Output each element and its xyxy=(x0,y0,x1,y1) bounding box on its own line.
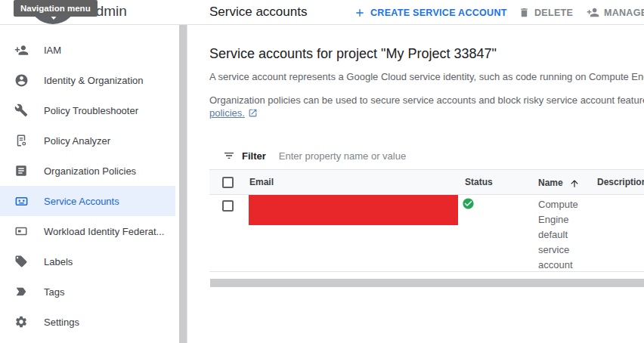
vertical-scrollbar[interactable] xyxy=(179,25,187,343)
document-icon xyxy=(14,163,29,178)
sidebar-item-label: Identity & Organization xyxy=(44,75,144,86)
delete-button[interactable]: DELETE xyxy=(519,0,573,25)
sidebar-item-organization-policies[interactable]: Organization Policies xyxy=(0,156,175,186)
sidebar-item-label: Tags xyxy=(44,286,64,298)
trash-icon xyxy=(519,7,530,18)
policy-analyzer-icon xyxy=(14,133,29,148)
policies-link[interactable]: policies. xyxy=(209,107,245,119)
sidebar-item-label: Labels xyxy=(44,256,73,267)
external-link-icon xyxy=(248,108,258,118)
sidebar-item-labels[interactable]: Labels xyxy=(0,246,175,277)
account-circle-icon xyxy=(14,73,29,88)
column-header-description[interactable]: Description xyxy=(597,170,644,196)
table-row[interactable]: Compute Engine default service account xyxy=(209,195,644,272)
sidebar-item-label: Settings xyxy=(44,317,79,328)
filter-label: Filter xyxy=(242,150,266,162)
plus-icon xyxy=(354,7,366,19)
status-active-check-icon xyxy=(462,197,475,210)
person-add-icon xyxy=(14,42,29,57)
select-all-checkbox[interactable] xyxy=(222,177,234,188)
person-add-icon xyxy=(587,6,599,19)
sidebar-item-policy-analyzer[interactable]: Policy Analyzer xyxy=(0,125,175,156)
service-account-name-cell[interactable]: Compute Engine default service account xyxy=(538,197,596,273)
navigation-menu-tooltip: Navigation menu xyxy=(14,0,98,17)
tag-icon xyxy=(14,284,29,299)
sidebar-item-workload-identity-federation[interactable]: Workload Identity Federat... xyxy=(0,216,175,246)
policies-link-row: policies. xyxy=(209,107,258,119)
sidebar-item-label: Policy Analyzer xyxy=(44,135,110,147)
sidebar-item-settings[interactable]: Settings xyxy=(0,307,175,337)
redacted-email-cell xyxy=(249,195,458,225)
sidebar-item-label: Organization Policies xyxy=(44,165,136,177)
sidebar-item-tags[interactable]: Tags xyxy=(0,277,175,307)
sidebar-item-label: Service Accounts xyxy=(44,196,119,207)
row-checkbox[interactable] xyxy=(222,200,234,212)
sidebar: IAM Identity & Organization Policy Troub… xyxy=(0,25,187,343)
wrench-icon xyxy=(14,103,29,118)
description-line-2: Organization policies can be used to sec… xyxy=(209,94,644,106)
gear-icon xyxy=(14,314,29,329)
top-app-bar: IAM & Admin Navigation menu Service acco… xyxy=(0,0,644,25)
column-header-name[interactable]: Name xyxy=(538,170,580,196)
sidebar-item-policy-troubleshooter[interactable]: Policy Troubleshooter xyxy=(0,95,175,125)
sidebar-item-label: Policy Troubleshooter xyxy=(44,105,138,116)
horizontal-scrollbar[interactable] xyxy=(210,279,644,287)
label-icon xyxy=(14,254,29,269)
sidebar-item-iam[interactable]: IAM xyxy=(0,35,175,65)
column-header-status[interactable]: Status xyxy=(465,170,493,196)
gcp-console-window: IAM & Admin Navigation menu Service acco… xyxy=(0,0,644,343)
column-header-email[interactable]: Email xyxy=(249,170,274,196)
create-service-account-button[interactable]: CREATE SERVICE ACCOUNT xyxy=(354,0,507,25)
description-line-1: A service account represents a Google Cl… xyxy=(209,71,644,82)
filter-input[interactable] xyxy=(279,150,521,162)
filter-bar: Filter xyxy=(209,142,644,169)
manage-access-button[interactable]: MANAGE ACCESS xyxy=(587,0,644,25)
sidebar-item-label: Workload Identity Federat... xyxy=(44,226,164,237)
main-content: Service accounts for project "My Project… xyxy=(188,25,644,343)
page-title: Service accounts xyxy=(209,0,307,25)
service-account-icon xyxy=(14,193,29,209)
content-heading: Service accounts for project "My Project… xyxy=(209,46,497,62)
filter-icon xyxy=(223,150,235,162)
sidebar-item-identity-organization[interactable]: Identity & Organization xyxy=(0,65,175,95)
table-header-row: Email Status Name Description xyxy=(209,169,644,195)
card-icon xyxy=(14,224,29,239)
sort-ascending-icon xyxy=(569,178,580,189)
sidebar-item-service-accounts[interactable]: Service Accounts xyxy=(0,186,175,216)
sidebar-item-label: IAM xyxy=(44,45,61,56)
